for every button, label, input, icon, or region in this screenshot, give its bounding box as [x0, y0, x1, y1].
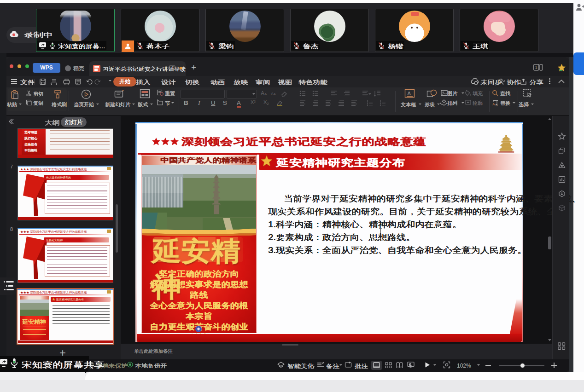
- svg-text:A: A: [408, 91, 411, 96]
- svg-text:1: 1: [535, 65, 537, 70]
- svg-text:A: A: [492, 102, 495, 106]
- svg-text:B: B: [496, 104, 498, 107]
